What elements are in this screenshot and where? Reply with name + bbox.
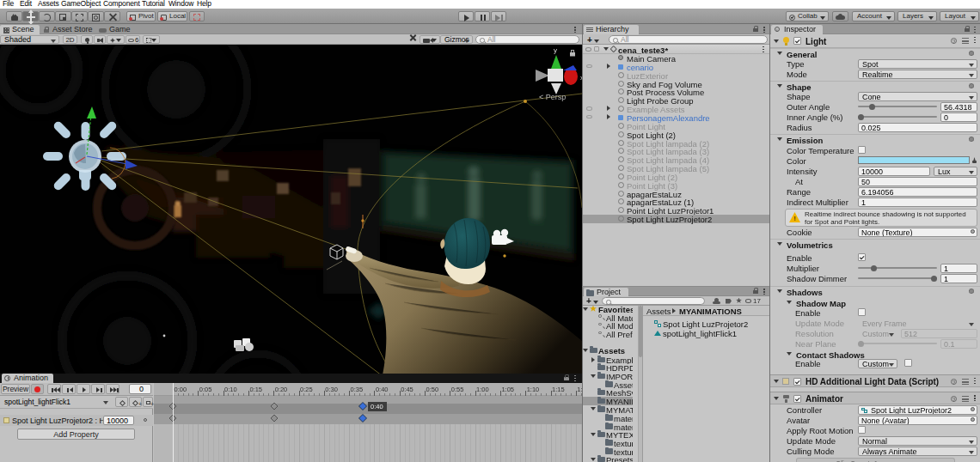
svg-text:y: y — [554, 46, 557, 54]
svg-text:< Persp: < Persp — [539, 93, 566, 101]
svg-text:0:40: 0:40 — [371, 403, 383, 410]
